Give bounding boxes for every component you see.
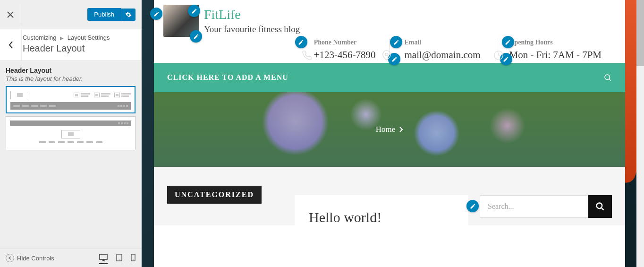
pencil-icon — [470, 203, 476, 209]
svg-point-4 — [133, 259, 134, 260]
svg-rect-0 — [100, 254, 107, 259]
post-card: Hello world! — [295, 195, 468, 225]
chevron-left-icon — [8, 41, 13, 49]
post-column: UNCATEGORIZED Hello world! — [167, 195, 468, 225]
pencil-icon — [193, 34, 199, 40]
add-menu-link[interactable]: CLICK HERE TO ADD A MENU — [167, 73, 288, 82]
header-info-email: Email mail@domain.com — [390, 39, 494, 61]
hero-breadcrumb: Home — [376, 125, 404, 134]
site-header: FitLife Your favourite fitness blog Phon… — [154, 0, 625, 63]
header-info-row: Phone Number +123-456-7890 Email mail@do… — [163, 39, 616, 61]
info-label: Email — [404, 39, 480, 46]
header-layout-option-1[interactable] — [6, 86, 136, 113]
content-area: UNCATEGORIZED Hello world! — [154, 167, 625, 225]
pencil-icon — [391, 56, 398, 62]
edit-shortcut-tagline[interactable] — [190, 30, 202, 43]
customizer-sidebar: Publish Customizing ▶ Layout Settings He… — [0, 0, 142, 267]
pencil-icon — [298, 39, 304, 45]
section-label: Header Layout — [6, 67, 136, 74]
search-input[interactable] — [480, 195, 588, 218]
collapse-icon — [6, 254, 14, 262]
desktop-icon — [99, 254, 108, 261]
header-info-phone: Phone Number +123-456-7890 — [300, 39, 390, 61]
hero-crumb-label[interactable]: Home — [376, 125, 396, 134]
publish-button[interactable]: Publish — [87, 8, 121, 21]
breadcrumb-root: Customizing — [23, 34, 57, 41]
sidebar-topbar: Publish — [0, 0, 141, 29]
info-label: Opening Hours — [509, 39, 602, 46]
close-customizer-button[interactable] — [0, 4, 21, 25]
header-info-hours: Opening Hours Mon - Fri: 7AM - 7PM — [495, 39, 616, 61]
gear-icon — [125, 11, 132, 18]
breadcrumb-panel: Customizing ▶ Layout Settings Header Lay… — [0, 29, 141, 61]
preview-scrollbar[interactable] — [636, 0, 644, 267]
edit-shortcut-search-widget[interactable] — [466, 200, 479, 212]
search-toggle[interactable] — [603, 73, 612, 82]
hide-controls-label: Hide Controls — [17, 255, 54, 262]
svg-point-2 — [119, 259, 120, 260]
panel-title: Header Layout — [23, 43, 135, 54]
edit-shortcut-logo[interactable] — [150, 8, 162, 20]
edit-shortcut-phone[interactable] — [295, 36, 307, 48]
info-value: Mon - Fri: 7AM - 7PM — [509, 49, 602, 61]
device-desktop-button[interactable] — [99, 254, 108, 264]
phone-icon — [302, 50, 312, 60]
clock-icon — [493, 50, 504, 60]
info-value: +123-456-7890 — [314, 49, 376, 61]
edit-shortcut-hours[interactable] — [502, 36, 514, 48]
chevron-right-icon — [399, 127, 403, 132]
pencil-icon — [505, 39, 511, 45]
pencil-icon — [503, 56, 509, 62]
site-tagline: Your favourite fitness blog — [204, 24, 300, 34]
info-label: Phone Number — [314, 39, 376, 46]
breadcrumb: Customizing ▶ Layout Settings — [23, 34, 135, 41]
section-description: This is the layout for header. — [6, 75, 136, 82]
pencil-icon — [393, 39, 399, 45]
category-badge[interactable]: UNCATEGORIZED — [167, 186, 262, 204]
svg-point-8 — [597, 203, 602, 209]
preview-pane: FitLife Your favourite fitness blog Phon… — [142, 0, 644, 267]
svg-point-7 — [605, 75, 610, 80]
sidebar-footer: Hide Controls — [0, 249, 141, 267]
search-icon — [603, 73, 612, 82]
sidebar-widget-search — [480, 195, 612, 225]
publish-settings-button[interactable] — [121, 9, 136, 21]
breadcrumb-current: Layout Settings — [68, 34, 110, 41]
location-icon — [381, 50, 392, 60]
search-submit-button[interactable] — [588, 195, 612, 218]
site-preview: FitLife Your favourite fitness blog Phon… — [154, 0, 625, 267]
pencil-icon — [153, 11, 160, 17]
mobile-icon — [131, 254, 136, 261]
hero-banner: Home — [154, 92, 625, 167]
info-value: mail@domain.com — [404, 49, 480, 61]
post-title[interactable]: Hello world! — [309, 209, 454, 225]
panel-body: Header Layout This is the layout for hea… — [0, 61, 141, 159]
site-title[interactable]: FitLife — [204, 7, 300, 22]
edit-shortcut-title[interactable] — [188, 5, 200, 17]
device-mobile-button[interactable] — [131, 254, 136, 262]
svg-point-5 — [386, 53, 389, 56]
chevron-right-icon: ▶ — [60, 35, 64, 41]
hide-controls-button[interactable]: Hide Controls — [6, 254, 93, 262]
search-icon — [595, 202, 605, 211]
device-tablet-button[interactable] — [116, 254, 122, 262]
header-layout-option-2[interactable] — [6, 116, 136, 150]
tablet-icon — [116, 254, 122, 261]
back-button[interactable] — [0, 29, 22, 60]
pencil-icon — [191, 8, 197, 14]
edit-shortcut-email[interactable] — [390, 36, 402, 48]
menu-bar: CLICK HERE TO ADD A MENU — [154, 63, 625, 92]
